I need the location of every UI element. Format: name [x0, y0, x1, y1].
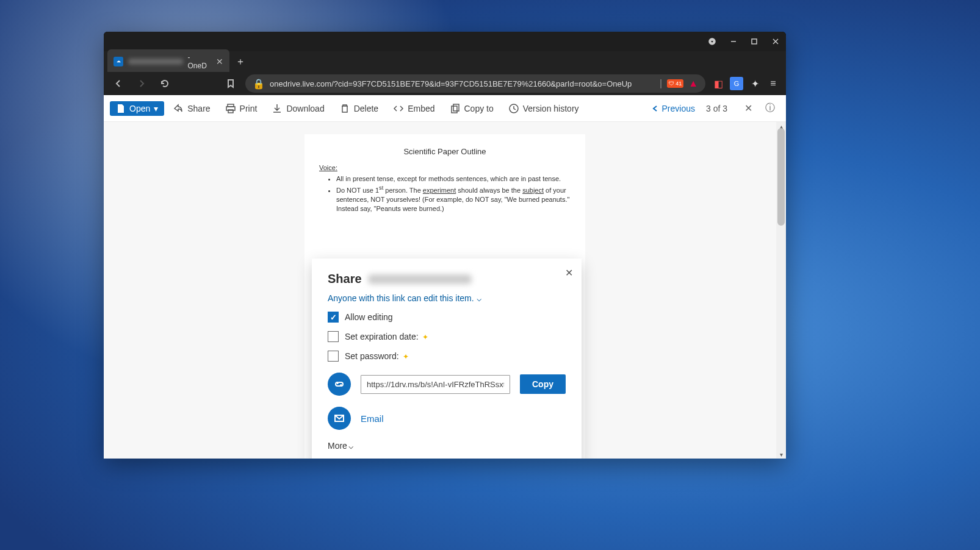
reload-button[interactable] [156, 75, 173, 92]
tab-suffix: - OneD [188, 53, 212, 70]
set-password-checkbox[interactable] [328, 351, 339, 362]
previous-button[interactable]: Previous [651, 104, 695, 113]
browser-window: - OneD ✕ ＋ 🔒 onedrive.live.com/?cid=93F7… [104, 32, 786, 459]
lock-icon: 🔒 [253, 78, 265, 90]
voice-heading: Voice: [319, 163, 571, 173]
link-permissions-dropdown[interactable]: Anyone with this link can edit this item… [328, 293, 566, 303]
email-icon [333, 412, 345, 424]
modal-title: Share [328, 272, 566, 286]
trash-icon [339, 103, 350, 114]
print-button[interactable]: Print [219, 99, 264, 118]
share-url-input[interactable] [361, 375, 510, 394]
premium-star-icon: ✦ [403, 352, 409, 361]
tab-title-blurred [128, 59, 183, 65]
history-icon [508, 103, 519, 114]
url-text: onedrive.live.com/?cid=93F7CD5151BE7E79&… [270, 79, 655, 88]
chevron-down-icon: ⌵ [348, 441, 353, 451]
close-viewer-button[interactable]: ✕ [738, 99, 758, 118]
share-button[interactable]: Share [167, 99, 216, 118]
download-button[interactable]: Download [265, 99, 330, 118]
close-tab-icon[interactable]: ✕ [216, 57, 223, 66]
premium-star-icon: ✦ [422, 333, 428, 341]
share-icon [173, 103, 184, 114]
voice-bullet-1: All in present tense, except for methods… [336, 174, 571, 184]
close-window-button[interactable] [765, 32, 787, 51]
svg-rect-2 [752, 39, 757, 44]
set-expiration-checkbox[interactable] [328, 331, 339, 342]
allow-editing-label: Allow editing [345, 312, 393, 322]
doc-title: Scientific Paper Outline [319, 146, 571, 157]
extensions-icon[interactable]: ✦ [748, 77, 762, 90]
onedrive-favicon [113, 57, 123, 66]
embed-button[interactable]: Embed [387, 99, 441, 118]
set-expiration-label: Set expiration date: ✦ [345, 332, 428, 341]
download-icon [272, 103, 283, 114]
version-history-button[interactable]: Version history [502, 99, 585, 118]
email-icon-circle[interactable] [328, 407, 351, 430]
bookmark-button[interactable] [222, 75, 239, 92]
forward-button[interactable] [133, 75, 150, 92]
minimize-button[interactable] [723, 32, 744, 51]
copy-icon [450, 103, 461, 114]
brave-shield-icon[interactable]: 🛡41 [667, 79, 683, 88]
chevron-down-icon: ⌵ [477, 293, 481, 303]
voice-bullet-2: Do NOT use 1st person. The experiment sh… [336, 184, 571, 214]
open-button[interactable]: Open ▾ [110, 101, 164, 116]
embed-icon [393, 103, 404, 114]
tab-bar: - OneD ✕ ＋ [104, 51, 786, 72]
scroll-down-arrow[interactable]: ▾ [776, 450, 786, 459]
browser-tab[interactable]: - OneD ✕ [107, 49, 229, 74]
document-icon [116, 104, 126, 113]
email-option[interactable]: Email [361, 413, 384, 424]
link-icon [333, 378, 345, 390]
back-button[interactable] [110, 75, 127, 92]
delete-button[interactable]: Delete [333, 99, 384, 118]
scrollbar-thumb[interactable] [777, 128, 785, 226]
allow-editing-checkbox[interactable] [328, 312, 339, 323]
maximize-button[interactable] [744, 32, 765, 51]
url-box[interactable]: 🔒 onedrive.live.com/?cid=93F7CD5151BE7E7… [245, 74, 705, 93]
link-icon-circle [328, 373, 351, 396]
onedrive-toolbar: Open ▾ Share Print Download Delete Embed… [104, 95, 786, 122]
chevron-down-icon: ▾ [154, 104, 158, 113]
filename-blurred [368, 274, 472, 284]
more-dropdown[interactable]: More⌵ [328, 441, 566, 451]
info-button[interactable]: ⓘ [760, 99, 780, 118]
new-tab-button[interactable]: ＋ [232, 53, 249, 70]
puzzle-ext-icon[interactable]: ◧ [712, 77, 725, 90]
svg-rect-9 [453, 104, 459, 111]
translate-icon[interactable]: G [730, 77, 743, 90]
copy-button[interactable]: Copy [520, 374, 566, 394]
share-modal: ✕ Share Anyone with this link can edit t… [312, 259, 582, 459]
set-password-label: Set password: ✦ [345, 351, 409, 361]
vertical-scrollbar[interactable]: ▴ ▾ [776, 122, 786, 459]
svg-rect-7 [228, 110, 233, 113]
page-counter: 3 of 3 [706, 104, 727, 113]
dropdown-icon[interactable] [702, 32, 723, 51]
window-titlebar [104, 32, 786, 51]
print-icon [225, 103, 236, 114]
chevron-left-icon [651, 104, 660, 113]
menu-icon[interactable]: ≡ [766, 77, 780, 90]
content-area: Open ▾ Share Print Download Delete Embed… [104, 95, 786, 459]
address-bar: 🔒 onedrive.live.com/?cid=93F7CD5151BE7E7… [104, 72, 786, 95]
set-expiration-option: Set expiration date: ✦ [328, 331, 566, 342]
close-modal-button[interactable]: ✕ [565, 267, 573, 279]
allow-editing-option: Allow editing [328, 312, 566, 323]
svg-rect-8 [452, 106, 457, 113]
copy-to-button[interactable]: Copy to [444, 99, 500, 118]
set-password-option: Set password: ✦ [328, 351, 566, 362]
triangle-icon[interactable]: ▲ [688, 78, 698, 89]
